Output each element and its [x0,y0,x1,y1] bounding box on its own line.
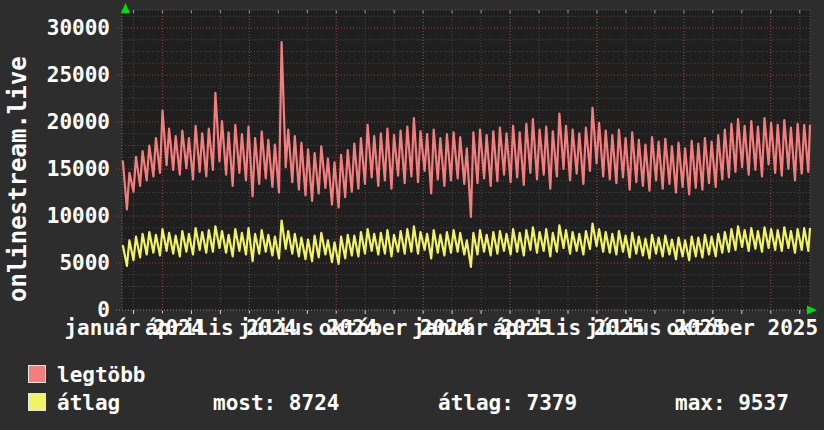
x-axis-arrow [807,306,817,315]
legend-stat-most: most: 8724 [213,391,339,415]
legend-swatch-atlag [28,393,46,411]
y-axis-arrow [121,3,130,13]
legend-stat-atlag: átlag: 7379 [438,391,577,415]
series-line-atlag [123,221,810,267]
legend-stat-max: max: 9537 [675,391,789,415]
y-axis-tick-label: 15000 [0,158,110,180]
series-line-legtobb [123,42,810,217]
y-axis-tick-label: 10000 [0,205,110,227]
rrd-graph: onlinestream.live 0500010000150002000025… [0,0,824,430]
y-axis-tick-label: 20000 [0,111,110,133]
y-axis-tick-label: 30000 [0,17,110,39]
legend-label-legtobb: legtöbb [57,363,146,387]
x-axis-tick-label: október 2025 [632,317,824,339]
y-axis-tick-label: 25000 [0,64,110,86]
legend-swatch-legtobb [28,365,46,383]
y-axis-tick-label: 5000 [0,252,110,274]
legend-label-atlag: átlag [57,391,120,415]
